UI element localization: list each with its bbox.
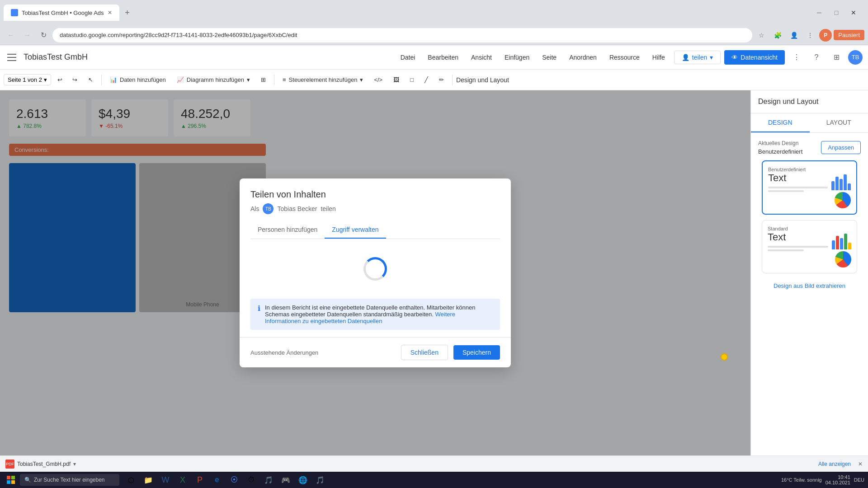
app-title: TobiasTest GmbH	[24, 52, 392, 62]
pausiert-badge[interactable]: Pausiert	[834, 30, 864, 40]
taskbar-explorer[interactable]: 📁	[140, 473, 156, 487]
page-selector[interactable]: Seite 1 von 2 ▾	[4, 74, 51, 85]
back-button[interactable]: ←	[4, 28, 18, 42]
taskbar-word[interactable]: W	[157, 473, 174, 487]
taskbar-icon-10[interactable]: 🎵	[312, 473, 328, 487]
taskbar-icon-6[interactable]: ⏱	[243, 473, 259, 487]
menu-einfuegen[interactable]: Einfügen	[499, 51, 535, 64]
new-tab-button[interactable]: +	[121, 6, 134, 19]
taskbar-taskview[interactable]: ⬡	[123, 473, 139, 487]
design-card-1-tag: Benutzerdefiniert	[768, 167, 851, 172]
design-card-2-title: Text	[768, 231, 828, 243]
taskbar-clock: 10:41 04.10.2021	[826, 474, 850, 485]
close-window-button[interactable]: ✕	[846, 5, 861, 20]
panel-tab-layout[interactable]: LAYOUT	[810, 113, 868, 132]
share-dropdown-icon: ▾	[710, 54, 713, 61]
code-button[interactable]: </>	[369, 73, 387, 87]
minimize-button[interactable]: ─	[812, 5, 826, 20]
tab-close-button[interactable]: ✕	[108, 9, 112, 16]
design-card-standard[interactable]: Standard Text	[762, 220, 857, 273]
apps-button[interactable]: ⊞	[828, 49, 844, 66]
panel-section-design: Aktuelles Design Benutzerdefiniert Anpas…	[751, 133, 868, 302]
address-bar-row: ← → ↻ datastudio.google.com/reporting/28…	[0, 25, 868, 45]
tab-favicon	[11, 9, 18, 16]
line-button[interactable]: ╱	[420, 73, 433, 87]
menu-datei[interactable]: Datei	[395, 51, 421, 64]
redo-button[interactable]: ↪	[68, 73, 82, 87]
menu-ressource[interactable]: Ressource	[604, 51, 645, 64]
modal-footer: Ausstehende Änderungen Schließen Speiche…	[240, 337, 511, 367]
modal-tabs: Personen hinzufügen Zugriff verwalten	[250, 221, 500, 239]
forward-button[interactable]: →	[20, 28, 34, 42]
tab-personen-hinzufuegen[interactable]: Personen hinzufügen	[250, 221, 325, 239]
address-bar[interactable]: datastudio.google.com/reporting/28cc9d2f…	[52, 28, 752, 42]
windows-start-button[interactable]	[4, 473, 18, 487]
design-card-2-tag: Standard	[768, 226, 851, 231]
menu-hilfe[interactable]: Hilfe	[647, 51, 670, 64]
aktuelles-design-label: Aktuelles Design	[758, 140, 802, 146]
modal-username: Tobias Becker	[277, 205, 317, 212]
alle-anzeigen-button[interactable]: Alle anzeigen	[818, 461, 851, 467]
taskbar-powerpoint[interactable]: P	[192, 473, 208, 487]
annotate-button[interactable]: ✏	[434, 73, 448, 87]
undo-button[interactable]: ↩	[53, 73, 67, 87]
taskbar-icon-8[interactable]: 🎮	[278, 473, 294, 487]
pdf-close-button[interactable]: ✕	[858, 461, 863, 467]
taskbar-icon-9[interactable]: 🌐	[295, 473, 311, 487]
menu-ansicht[interactable]: Ansicht	[466, 51, 497, 64]
taskbar-icon-7[interactable]: 🎵	[260, 473, 277, 487]
design-lines-2	[768, 246, 828, 251]
modal-subtitle: Als TB Tobias Becker teilen	[250, 203, 500, 214]
modal-overlay: Teilen von Inhalten Als TB Tobias Becker…	[0, 90, 750, 455]
tab-zugriff-verwalten[interactable]: Zugriff verwalten	[325, 221, 386, 239]
taskbar-weather: 16°C Teilw. sonnig	[781, 477, 822, 483]
speichern-button[interactable]: Speichern	[453, 345, 500, 360]
taskbar-icons: ⬡ 📁 W X P e ⦿ ⏱ 🎵 🎮 🌐 🎵	[123, 473, 328, 487]
browser-tab[interactable]: TobiasTest GmbH • Google Ads ✕	[4, 5, 119, 21]
bookmark-button[interactable]: ☆	[754, 28, 769, 42]
refresh-button[interactable]: ↻	[36, 28, 51, 42]
panel-tab-design[interactable]: DESIGN	[751, 113, 810, 132]
pdf-icon: PDF	[5, 460, 14, 469]
toolbar: Seite 1 von 2 ▾ ↩ ↪ ↖ 📊 Daten hinzufügen…	[0, 70, 868, 90]
extensions-button[interactable]: 🧩	[770, 28, 785, 42]
more-options-app-button[interactable]: ⋮	[788, 49, 805, 66]
datenansicht-button[interactable]: 👁 Datenansicht	[724, 50, 785, 65]
design-card-1-inner: Text	[768, 172, 851, 208]
design-card-benutzerdefiniert[interactable]: Benutzerdefiniert Text	[762, 160, 857, 215]
taskbar-search-box[interactable]: 🔍 Zur Suche Text hier eingeben	[20, 474, 119, 486]
svg-rect-0	[7, 476, 10, 479]
main-area: 2.613 ▲ 782.8% $4,39 ▼ -65.1% 48.252,0 ▲…	[0, 90, 868, 455]
header-menu: Datei Bearbeiten Ansicht Einfügen Seite …	[395, 51, 670, 64]
taskbar-chrome[interactable]: ⦿	[226, 473, 242, 487]
menu-bearbeiten[interactable]: Bearbeiten	[422, 51, 464, 64]
share-button[interactable]: 👤 teilen ▾	[674, 51, 721, 64]
shape-button[interactable]: □	[406, 73, 418, 87]
mini-bar-chart-1	[831, 172, 851, 190]
metric-tool-button[interactable]: ⊞	[256, 73, 270, 87]
more-options-button[interactable]: ⋮	[803, 28, 817, 42]
taskbar-edge[interactable]: e	[209, 473, 225, 487]
help-button[interactable]: ?	[808, 49, 825, 66]
svg-rect-3	[11, 480, 15, 484]
profile-avatar[interactable]: P	[819, 29, 832, 42]
select-tool-button[interactable]: ↖	[84, 73, 98, 87]
user-avatar-header[interactable]: TB	[848, 50, 863, 65]
design-card-2-inner: Text	[768, 231, 851, 267]
taskbar-excel[interactable]: X	[175, 473, 191, 487]
maximize-button[interactable]: □	[829, 5, 844, 20]
menu-seite[interactable]: Seite	[537, 51, 562, 64]
diagramm-hinzufuegen-button[interactable]: 📈 Diagramm hinzufügen ▾	[172, 73, 255, 87]
image-button[interactable]: 🖼	[389, 73, 404, 87]
steuerelement-hinzufuegen-button[interactable]: ≡ Steuerelement hinzufügen ▾	[278, 73, 368, 87]
account-button[interactable]: 👤	[787, 28, 801, 42]
schliessen-button[interactable]: Schließen	[401, 345, 448, 360]
menu-anordnen[interactable]: Anordnen	[564, 51, 602, 64]
daten-hinzufuegen-button[interactable]: 📊 Daten hinzufügen	[105, 73, 170, 87]
table-icon: 📊	[110, 76, 117, 83]
browser-actions: ☆ 🧩 👤 ⋮ P Pausiert	[754, 28, 864, 42]
design-aus-bild-button[interactable]: Design aus Bild extrahieren	[758, 277, 861, 295]
design-lines-1	[768, 187, 828, 192]
hamburger-menu[interactable]	[5, 50, 20, 65]
anpassen-button[interactable]: Anpassen	[821, 141, 861, 154]
